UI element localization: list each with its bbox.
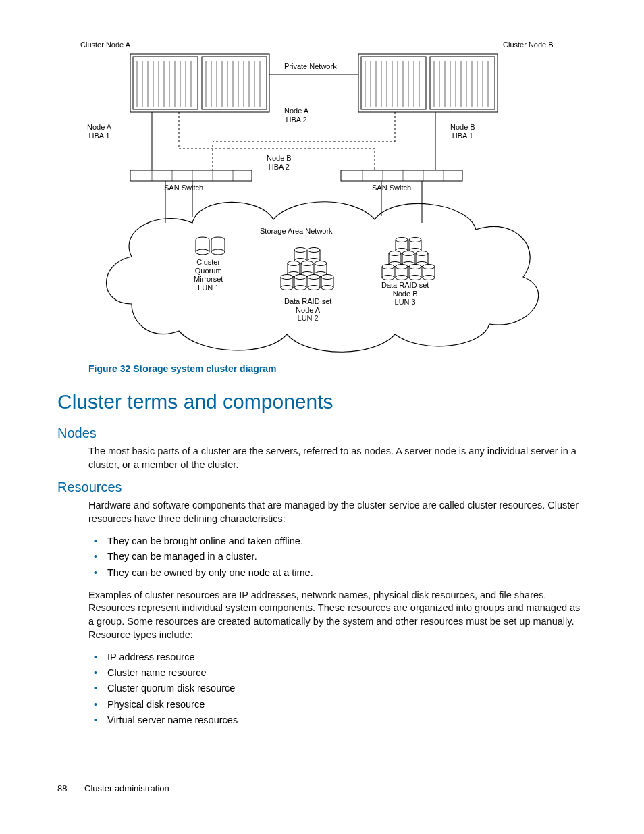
svg-point-111 [321,275,333,280]
svg-point-142 [396,276,408,280]
svg-rect-1 [133,57,198,109]
page-footer: 88 Cluster administration [57,783,169,793]
label-raid-a: Data RAID set Node A LUN 2 [284,297,331,323]
svg-point-91 [301,261,313,266]
svg-point-139 [396,265,408,269]
svg-point-110 [308,286,320,290]
list-item: IP address resource [88,650,587,665]
svg-point-78 [211,249,225,255]
label-san-switch-left: SAN Switch [164,184,203,192]
svg-point-143 [409,265,421,269]
list-item: They can be brought online and taken off… [88,533,587,549]
cluster-diagram: Cluster Node A Cluster Node B Private Ne… [57,41,587,358]
list-resource-types: IP address resource Cluster name resourc… [88,650,587,728]
list-item: Cluster name resource [88,665,587,681]
paragraph-resources-intro: Hardware and software components that ar… [88,499,587,525]
label-node-b-hba2: Node B HBA 2 [267,154,292,171]
label-san: Storage Area Network [260,227,333,236]
svg-point-150 [423,276,435,280]
svg-point-73 [196,249,209,255]
svg-rect-51 [130,170,252,181]
svg-rect-2 [202,57,267,109]
svg-point-83 [308,248,320,253]
label-san-switch-right: SAN Switch [372,184,411,192]
svg-rect-27 [430,57,495,109]
list-item: They can be managed in a cluster. [88,549,587,565]
footer-section: Cluster administration [84,783,169,793]
svg-point-123 [389,251,401,256]
paragraph-nodes: The most basic parts of a cluster are th… [88,445,587,471]
list-characteristics: They can be brought online and taken off… [88,533,587,581]
label-node-b-hba1: Node B HBA 1 [450,123,475,140]
paragraph-resources-examples: Examples of cluster resources are IP add… [88,589,587,642]
list-item: Virtual server name resources [88,712,587,728]
svg-point-119 [409,238,421,242]
list-item: They can be owned by only one node at a … [88,565,587,581]
label-cluster-node-b: Cluster Node B [503,41,554,49]
label-raid-b: Data RAID set Node B LUN 3 [381,281,429,307]
svg-point-114 [321,286,333,290]
heading-nodes: Nodes [57,425,587,441]
svg-rect-26 [361,57,426,109]
list-item: Physical disk resource [88,697,587,712]
svg-point-87 [288,261,300,266]
svg-point-147 [423,265,435,269]
label-private-network: Private Network [284,62,337,71]
svg-point-135 [382,265,394,269]
list-item: Cluster quorum disk resource [88,681,587,696]
svg-point-106 [294,286,306,290]
heading-cluster-terms: Cluster terms and components [57,390,587,413]
label-quorum: Cluster Quorum Mirrorset LUN 1 [194,258,223,292]
label-node-a-hba2: Node A HBA 2 [284,107,308,124]
svg-point-103 [294,275,306,280]
figure-caption: Figure 32 Storage system cluster diagram [88,363,587,374]
svg-point-115 [396,238,408,242]
label-node-a-hba1: Node A HBA 1 [87,123,111,140]
svg-point-79 [294,248,306,253]
page-number: 88 [57,783,67,793]
svg-point-102 [281,286,293,290]
svg-point-99 [281,275,293,280]
svg-point-138 [382,276,394,280]
svg-point-95 [315,261,327,266]
label-cluster-node-a: Cluster Node A [80,41,130,49]
svg-point-131 [416,251,428,256]
svg-point-146 [409,276,421,280]
svg-rect-52 [341,170,462,181]
heading-resources: Resources [57,479,587,495]
svg-point-107 [308,275,320,280]
svg-point-127 [402,251,414,256]
